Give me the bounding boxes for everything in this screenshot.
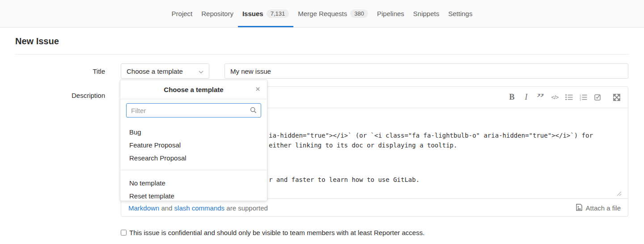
project-nav: Project Repository Issues 7,131 Merge Re… [0,0,644,28]
nav-item-label: Snippets [413,10,439,17]
textarea-resize-handle[interactable] [616,190,622,198]
nav-item-label: Merge Requests [298,10,347,17]
nav-item-settings[interactable]: Settings [444,0,477,27]
description-text-line-3: r and faster to learn how to use GitLab. [269,175,419,185]
choose-template-dropdown-toggle[interactable]: Choose a template [121,63,209,79]
svg-text:3: 3 [580,98,581,101]
template-option-bug[interactable]: Bug [120,126,267,139]
template-actions-list: No template Reset template [120,173,267,207]
nav-item-label: Pipelines [377,10,404,17]
dropdown-filter-wrap [120,99,267,121]
reset-template-option[interactable]: Reset template [120,189,267,202]
merge-requests-count-badge: 380 [350,9,368,18]
code-icon[interactable]: </> [550,92,559,103]
chevron-down-icon [199,67,203,75]
template-option-research-proposal[interactable]: Research Proposal [120,151,267,164]
bold-icon[interactable]: B [507,92,517,103]
choose-template-toggle-label: Choose a template [127,67,183,75]
search-icon [250,107,257,115]
template-option-feature-proposal[interactable]: Feature Proposal [120,139,267,151]
heading-divider [15,54,629,55]
task-list-icon[interactable] [593,92,602,103]
issues-count-badge: 7,131 [267,9,289,18]
dropdown-divider [120,170,267,170]
active-tab-indicator [238,26,293,27]
nav-item-issues[interactable]: Issues 7,131 [238,0,293,27]
blockquote-icon[interactable]: ” [536,94,545,101]
nav-item-pipelines[interactable]: Pipelines [373,0,409,27]
nav-item-label: Repository [201,10,233,17]
title-label: Title [0,67,105,75]
bullet-list-icon[interactable] [564,92,574,103]
fullscreen-icon[interactable] [612,92,621,103]
confidential-label: This issue is confidential and should on… [129,228,424,237]
confidential-checkbox[interactable] [121,230,127,236]
nav-item-project[interactable]: Project [167,0,197,27]
nav-item-snippets[interactable]: Snippets [409,0,444,27]
dropdown-header: Choose a template ✕ [120,80,267,99]
template-list: Bug Feature Proposal Research Proposal [120,121,267,167]
nav-item-label: Issues [242,10,263,17]
numbered-list-icon[interactable]: 1 2 3 [579,92,588,103]
italic-icon[interactable]: I [521,92,531,103]
no-template-option[interactable]: No template [120,177,267,189]
close-icon[interactable]: ✕ [255,86,260,92]
attach-file-label: Attach a file [586,204,621,212]
attach-image-icon [576,204,583,212]
page-title: New Issue [15,36,59,46]
template-filter-input[interactable] [126,103,261,118]
dropdown-title: Choose a template [164,86,223,93]
description-label: Description [0,92,105,99]
nav-item-repository[interactable]: Repository [197,0,238,27]
nav-item-label: Settings [448,10,472,17]
confidential-row: This issue is confidential and should on… [121,228,424,237]
choose-template-dropdown-panel: Choose a template ✕ Bug Feature Proposal… [120,80,267,201]
attach-file-button[interactable]: Attach a file [576,204,621,212]
nav-item-label: Project [172,10,193,17]
description-text-line-1-2: ia-hidden="true"></i>` (or `<i class="fa… [269,130,593,150]
issue-title-input[interactable] [225,63,628,79]
nav-item-merge-requests[interactable]: Merge Requests 380 [293,0,373,27]
